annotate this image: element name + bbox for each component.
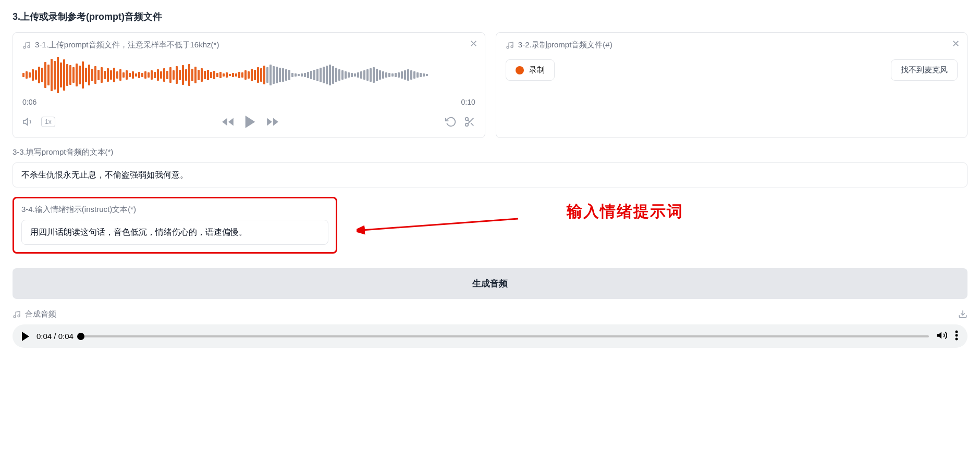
music-icon <box>506 41 514 49</box>
svg-point-21 <box>956 334 958 337</box>
rewind-icon[interactable] <box>221 115 235 129</box>
music-icon <box>22 41 31 49</box>
close-icon[interactable]: ✕ <box>470 39 477 48</box>
undo-icon[interactable] <box>445 116 457 128</box>
volume-icon[interactable] <box>936 330 948 343</box>
record-audio-card: 3-2.录制prompt音频文件(#) ✕ 录制 找不到麦克风 <box>496 32 967 138</box>
section-title: 3.上传或录制参考(prompt)音频文件 <box>13 10 967 23</box>
svg-marker-3 <box>222 118 227 125</box>
forward-icon[interactable] <box>266 115 279 129</box>
play-icon[interactable] <box>242 114 259 130</box>
upload-audio-card: 3-1.上传prompt音频文件，注意采样率不低于16khz(*) ✕ 0:06… <box>13 32 485 138</box>
svg-marker-4 <box>228 118 234 125</box>
upload-card-title: 3-1.上传prompt音频文件，注意采样率不低于16khz(*) <box>35 40 219 50</box>
prompt-text-label: 3-3.填写prompt音频的文本(*) <box>13 147 967 157</box>
svg-point-8 <box>466 118 469 121</box>
record-dot-icon <box>516 66 524 74</box>
svg-line-15 <box>362 219 518 230</box>
svg-point-1 <box>28 45 30 47</box>
svg-point-9 <box>466 123 469 127</box>
time-total: 0:10 <box>461 98 475 106</box>
svg-line-11 <box>471 123 473 125</box>
svg-point-17 <box>18 315 20 317</box>
instruct-highlight-box: 3-4.输入情绪指示(instruct)文本(*) <box>13 197 337 254</box>
more-options-icon[interactable] <box>955 330 958 342</box>
audio-seek-thumb[interactable] <box>77 333 84 340</box>
annotation-arrow-icon <box>357 215 523 235</box>
svg-point-14 <box>511 45 513 47</box>
synth-header-label: 合成音频 <box>25 309 56 319</box>
volume-icon[interactable] <box>22 116 34 128</box>
svg-point-20 <box>956 331 958 333</box>
record-label: 录制 <box>529 65 545 75</box>
svg-point-0 <box>23 46 26 48</box>
no-microphone-button[interactable]: 找不到麦克风 <box>891 59 958 81</box>
audio-time-display: 0:04 / 0:04 <box>36 332 74 341</box>
close-icon[interactable]: ✕ <box>952 39 960 48</box>
svg-marker-19 <box>937 332 941 339</box>
music-icon <box>13 310 21 319</box>
play-button[interactable] <box>22 332 29 341</box>
svg-marker-2 <box>23 119 28 125</box>
annotation-text: 输入情绪提示词 <box>567 201 683 222</box>
download-icon[interactable] <box>958 309 967 320</box>
svg-point-16 <box>14 316 16 318</box>
svg-line-12 <box>468 120 470 122</box>
audio-waveform[interactable] <box>22 54 475 96</box>
record-button[interactable]: 录制 <box>506 59 555 81</box>
audio-seek-track[interactable] <box>81 335 929 337</box>
prompt-text-field-section: 3-3.填写prompt音频的文本(*) <box>13 147 967 187</box>
instruct-text-input[interactable] <box>21 220 328 245</box>
record-card-title: 3-2.录制prompt音频文件(#) <box>518 40 612 50</box>
time-current: 0:06 <box>22 98 36 106</box>
svg-point-13 <box>507 46 509 48</box>
svg-marker-5 <box>245 116 255 128</box>
instruct-label: 3-4.输入情绪指示(instruct)文本(*) <box>21 205 328 215</box>
prompt-text-input[interactable] <box>13 162 967 187</box>
scissors-icon[interactable] <box>464 116 475 128</box>
svg-marker-6 <box>273 118 278 125</box>
speed-badge[interactable]: 1x <box>41 117 55 127</box>
svg-point-22 <box>956 338 958 341</box>
svg-marker-7 <box>267 118 272 125</box>
audio-player: 0:04 / 0:04 <box>13 324 967 348</box>
generate-audio-button[interactable]: 生成音频 <box>13 268 967 299</box>
